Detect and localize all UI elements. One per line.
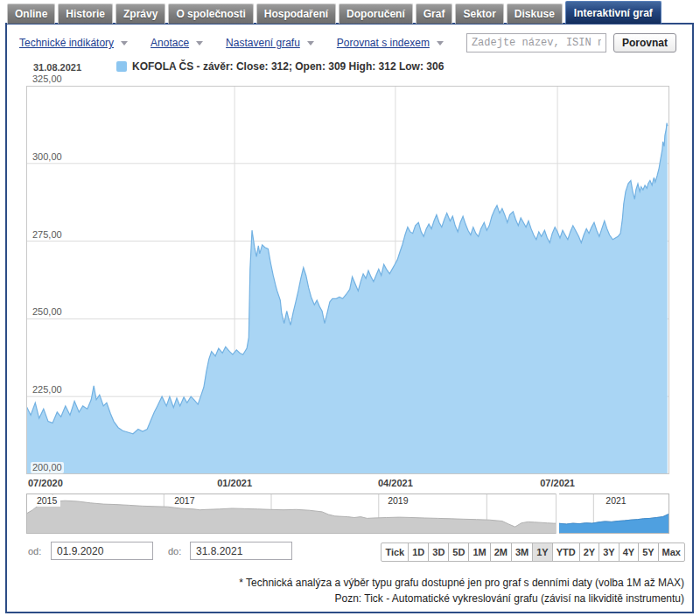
range-button-3m[interactable]: 3M [511, 542, 533, 562]
compare-search-input[interactable] [466, 33, 606, 52]
date-to-input[interactable] [190, 542, 292, 560]
range-button-1m[interactable]: 1M [468, 542, 490, 562]
navigator-year-label: 2015 [33, 495, 60, 507]
tab-graf[interactable]: Graf [416, 4, 453, 24]
tab-interaktivni-graf[interactable]: Interaktivní graf [565, 1, 662, 24]
x-axis-tick-label: 04/2021 [378, 478, 413, 488]
tab-bar: Online Historie Zprávy O společnosti Hos… [0, 0, 700, 24]
range-button-5y[interactable]: 5Y [638, 542, 658, 562]
range-button-4y[interactable]: 4Y [619, 542, 639, 562]
x-axis-tick-label: 07/2020 [28, 478, 63, 488]
y-axis-tick-label: 200,00 [31, 462, 64, 473]
tab-hospodareni[interactable]: Hospodaření [256, 4, 336, 24]
chevron-down-icon[interactable] [437, 41, 444, 49]
range-button-group: Tick 1D 3D 5D 1M 2M 3M 1Y YTD 2Y 3Y 4Y 5… [381, 542, 685, 562]
range-button-max[interactable]: Max [658, 542, 685, 562]
navigator-handle[interactable] [556, 494, 559, 534]
tab-doporuceni[interactable]: Doporučení [339, 4, 413, 24]
y-axis-tick-label: 250,00 [31, 306, 64, 318]
chevron-down-icon[interactable] [307, 41, 314, 49]
y-axis-tick-label: 325,00 [31, 74, 64, 85]
range-button-1d[interactable]: 1D [408, 542, 429, 562]
tab-diskuse[interactable]: Diskuse [507, 4, 563, 24]
menu-anotace[interactable]: Anotace [150, 37, 203, 49]
menu-nastaveni-grafu[interactable]: Nastavení grafu [226, 37, 314, 49]
compare-button[interactable]: Porovnat [613, 33, 676, 52]
menu-technicke-indikatory-label: Technické indikátory [19, 37, 114, 49]
range-button-3d[interactable]: 3D [428, 542, 449, 562]
tab-historie[interactable]: Historie [58, 4, 113, 24]
page: Online Historie Zprávy O společnosti Hos… [0, 0, 700, 616]
legend-text: KOFOLA ČS - závěr: Close: 312; Open: 309… [132, 60, 444, 73]
range-button-2m[interactable]: 2M [490, 542, 512, 562]
tab-o-spolecnosti[interactable]: O společnosti [168, 4, 253, 24]
range-button-tick[interactable]: Tick [381, 542, 409, 562]
chart-toolbar: Technické indikátory Anotace Nastavení g… [19, 33, 676, 52]
range-button-2y[interactable]: 2Y [579, 542, 599, 562]
menu-technicke-indikatory[interactable]: Technické indikátory [19, 37, 128, 49]
menu-porovnat-s-indexem-label: Porovnat s indexem [337, 37, 430, 49]
tab-online[interactable]: Online [7, 4, 55, 24]
date-from-input[interactable] [51, 542, 153, 560]
tab-zpravy[interactable]: Zprávy [116, 4, 165, 24]
legend-item[interactable]: KOFOLA ČS - závěr: Close: 312; Open: 309… [116, 60, 444, 73]
footer-note-2: Pozn: Tick - Automatické vykreslování gr… [239, 591, 684, 606]
chart-date-label: 31.08.2021 [33, 62, 81, 73]
y-axis-tick-label: 275,00 [31, 229, 64, 241]
footer-note-1: * Technická analýza a výběr typu grafu d… [239, 575, 684, 591]
menu-nastaveni-grafu-label: Nastavení grafu [226, 37, 300, 49]
menu-porovnat-s-indexem[interactable]: Porovnat s indexem [337, 37, 444, 49]
y-axis-tick-label: 300,00 [31, 151, 64, 163]
navigator-year-label: 2021 [602, 495, 629, 507]
tab-sektor[interactable]: Sektor [455, 4, 503, 24]
x-axis-tick-label: 07/2021 [540, 478, 575, 488]
navigator-year-label: 2019 [384, 495, 411, 507]
series-swatch-icon [116, 61, 127, 72]
footer-notes: * Technická analýza a výběr typu grafu d… [239, 575, 684, 606]
range-button-ytd[interactable]: YTD [552, 542, 580, 562]
do-label: do: [168, 546, 181, 556]
range-button-5d[interactable]: 5D [448, 542, 469, 562]
chart-navigator[interactable]: 2015201720192021 [26, 494, 669, 534]
chevron-down-icon[interactable] [196, 41, 203, 49]
range-button-1y[interactable]: 1Y [532, 542, 552, 562]
main-chart[interactable]: 325,00300,00275,00250,00225,00200,0007/2… [26, 86, 669, 474]
chevron-down-icon[interactable] [121, 41, 128, 49]
navigator-year-label: 2017 [171, 495, 198, 507]
menu-anotace-label: Anotace [150, 37, 189, 49]
od-label: od: [28, 546, 41, 556]
x-axis-tick-label: 01/2021 [217, 478, 252, 488]
range-button-3y[interactable]: 3Y [598, 542, 619, 562]
y-axis-tick-label: 225,00 [31, 384, 64, 396]
